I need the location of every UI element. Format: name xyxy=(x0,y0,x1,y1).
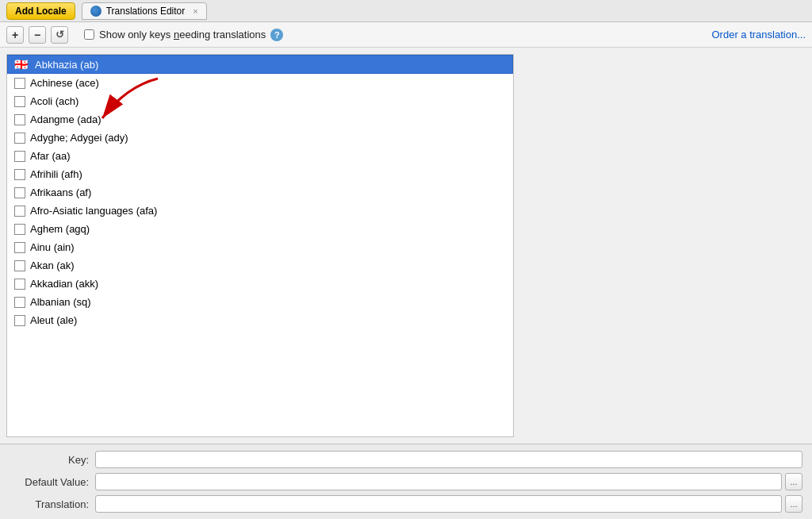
locale-checkbox[interactable] xyxy=(14,187,25,198)
bottom-form: Key: Default Value: ... Translation: ... xyxy=(0,444,812,519)
locale-checkbox[interactable] xyxy=(14,78,25,89)
locale-checkbox[interactable] xyxy=(14,96,25,107)
locale-list: 🇬🇪Abkhazia (ab)Achinese (ace)Acoli (ach)… xyxy=(7,55,513,329)
locale-name: Aghem (agq) xyxy=(30,223,90,235)
locale-name: Afrihili (afh) xyxy=(30,168,82,180)
default-value-row: Default Value: ... xyxy=(10,473,802,490)
locale-item[interactable]: Acoli (ach) xyxy=(7,92,513,110)
locale-name: Akan (ak) xyxy=(30,260,75,271)
refresh-button[interactable]: ↺ xyxy=(51,26,68,44)
locale-name: Albanian (sq) xyxy=(30,296,91,308)
locale-name: Akkadian (akk) xyxy=(30,278,98,290)
locale-checkbox[interactable] xyxy=(14,206,25,217)
locale-checkbox[interactable] xyxy=(14,151,25,162)
filter-label: Show only keys needing translations xyxy=(99,29,266,40)
locale-name: Aleut (ale) xyxy=(30,314,77,326)
locale-item[interactable]: Afrikaans (af) xyxy=(7,183,513,202)
filter-checkbox-area: Show only keys needing translations ? xyxy=(84,29,283,41)
locale-name: Afar (aa) xyxy=(30,150,71,162)
locale-item[interactable]: Aghem (agq) xyxy=(7,220,513,238)
tab-globe-icon xyxy=(90,6,102,17)
locale-checkbox[interactable] xyxy=(14,279,25,290)
locale-item[interactable]: Afro-Asiatic languages (afa) xyxy=(7,202,513,220)
locale-item[interactable]: Ainu (ain) xyxy=(7,238,513,256)
locale-checkbox[interactable] xyxy=(14,169,25,180)
tab-title: Translations Editor xyxy=(106,6,186,17)
locale-checkbox[interactable] xyxy=(14,260,25,271)
locale-item[interactable]: 🇬🇪Abkhazia (ab) xyxy=(7,55,513,74)
locale-name: Adyghe; Adygei (ady) xyxy=(30,132,128,144)
default-value-input-container: ... xyxy=(95,473,802,490)
remove-button[interactable]: − xyxy=(29,26,46,44)
locale-name: Abkhazia (ab) xyxy=(35,59,98,71)
flag-icon: 🇬🇪 xyxy=(14,58,30,71)
locale-checkbox[interactable] xyxy=(14,114,25,125)
title-bar: Add Locale Translations Editor × xyxy=(0,0,812,22)
locale-name: Afrikaans (af) xyxy=(30,186,91,198)
key-input-container xyxy=(95,451,802,468)
translation-row: Translation: ... xyxy=(10,495,802,513)
locale-item[interactable]: Adyghe; Adygei (ady) xyxy=(7,129,513,147)
locale-item[interactable]: Adangme (ada) xyxy=(7,110,513,129)
default-value-label: Default Value: xyxy=(10,476,89,488)
locale-checkbox[interactable] xyxy=(14,242,25,253)
translations-editor-tab[interactable]: Translations Editor × xyxy=(82,2,207,20)
key-label: Key: xyxy=(10,454,89,466)
locale-checkbox[interactable] xyxy=(14,133,25,144)
locale-checkbox[interactable] xyxy=(14,315,25,326)
locale-item[interactable]: Afrihili (afh) xyxy=(7,165,513,183)
add-locale-button[interactable]: Add Locale xyxy=(6,2,75,20)
locale-item[interactable]: Achinese (ace) xyxy=(7,74,513,92)
locale-name: Acoli (ach) xyxy=(30,95,79,107)
locale-checkbox[interactable] xyxy=(14,297,25,308)
translation-input[interactable] xyxy=(95,495,782,513)
locale-name: Adangme (ada) xyxy=(30,113,102,125)
translation-dots-button[interactable]: ... xyxy=(785,495,802,513)
locale-item[interactable]: Aleut (ale) xyxy=(7,311,513,329)
locale-name: Achinese (ace) xyxy=(30,77,99,89)
help-button[interactable]: ? xyxy=(270,29,283,41)
locale-list-container[interactable]: 🇬🇪Abkhazia (ab)Achinese (ace)Acoli (ach)… xyxy=(6,54,514,437)
locale-item[interactable]: Albanian (sq) xyxy=(7,293,513,311)
tab-close-icon[interactable]: × xyxy=(193,6,197,16)
locale-checkbox[interactable] xyxy=(14,224,25,235)
locale-item[interactable]: Akan (ak) xyxy=(7,256,513,275)
locale-item[interactable]: Akkadian (akk) xyxy=(7,275,513,293)
key-input[interactable] xyxy=(95,451,802,468)
default-value-dots-button[interactable]: ... xyxy=(785,473,802,490)
locale-name: Afro-Asiatic languages (afa) xyxy=(30,205,157,217)
show-only-needing-translations-checkbox[interactable] xyxy=(84,29,94,40)
add-button[interactable]: + xyxy=(6,26,24,44)
default-value-input[interactable] xyxy=(95,473,782,490)
main-content: 🇬🇪Abkhazia (ab)Achinese (ace)Acoli (ach)… xyxy=(0,48,812,444)
toolbar: + − ↺ Show only keys needing translation… xyxy=(0,22,812,48)
add-locale-label: Add Locale xyxy=(15,6,67,17)
translation-label: Translation: xyxy=(10,498,89,510)
locale-name: Ainu (ain) xyxy=(30,241,75,253)
translation-input-container: ... xyxy=(95,495,802,513)
key-row: Key: xyxy=(10,451,802,468)
order-translation-link[interactable]: Order a translation... xyxy=(712,29,806,40)
locale-item[interactable]: Afar (aa) xyxy=(7,147,513,165)
